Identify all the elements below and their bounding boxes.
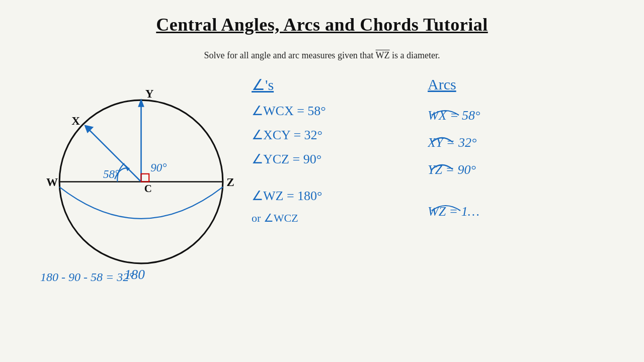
svg-text:W: W (46, 175, 58, 189)
svg-text:Y: Y (145, 87, 154, 100)
main-content: 58° 90° 180 W Z Y X C (0, 66, 644, 289)
angle-4: ∠WZ = 180° (252, 188, 413, 205)
svg-text:C: C (144, 183, 152, 195)
subtitle-suffix: is a diameter. (392, 50, 440, 60)
arcs-header: Arcs (428, 76, 456, 93)
angle-1: ∠WCX = 58° (252, 103, 413, 120)
svg-text:WX = 58°: WX = 58° (428, 108, 480, 122)
arc-wx: WX = 58° (428, 102, 564, 122)
angles-section: ∠'s ∠WCX = 58° ∠XCY = 32° ∠YCZ = 90° ∠WZ… (242, 66, 413, 289)
arc-wz: WZ = 1… (428, 197, 564, 218)
svg-text:YZ = 90°: YZ = 90° (428, 162, 476, 176)
svg-text:X: X (71, 114, 80, 127)
diameter-label-overline: WZ (376, 50, 390, 60)
svg-text:90°: 90° (150, 161, 167, 174)
angle-3: ∠YCZ = 90° (252, 151, 413, 168)
angle-5: or ∠WCZ (252, 212, 413, 225)
arc-xy: XY = 32° (428, 129, 564, 149)
circle-diagram: 58° 90° 180 W Z Y X C (30, 66, 242, 287)
angle-2: ∠XCY = 32° (252, 127, 413, 144)
svg-rect-6 (141, 174, 149, 182)
circle-section: 58° 90° 180 W Z Y X C (30, 66, 242, 289)
subtitle: Solve for all angle and arc measures giv… (0, 50, 644, 61)
angles-header: ∠'s (252, 76, 274, 94)
svg-text:XY = 32°: XY = 32° (428, 135, 476, 149)
calculation-text: 180 - 90 - 58 = 32° (40, 270, 134, 284)
arc-yz: YZ = 90° (428, 156, 564, 176)
arcs-section: Arcs WX = 58° XY = 32° (413, 66, 564, 289)
svg-text:WZ = 1…: WZ = 1… (428, 204, 479, 218)
svg-text:Z: Z (226, 175, 234, 189)
subtitle-text: Solve for all angle and arc measures giv… (204, 50, 373, 60)
page-title: Central Angles, Arcs and Chords Tutorial (0, 0, 644, 35)
page-container: Central Angles, Arcs and Chords Tutorial… (0, 0, 644, 362)
